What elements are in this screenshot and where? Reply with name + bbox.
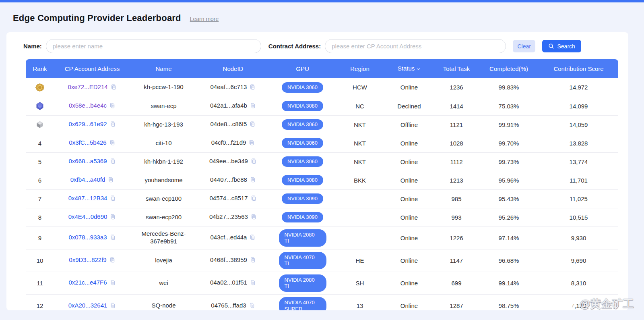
node-id-cell: 04b27...23563 xyxy=(197,208,269,226)
node-id-cell: 04574...c8517 xyxy=(197,189,269,208)
provider-name-cell: swan-ecp200 xyxy=(130,208,197,226)
copy-icon[interactable] xyxy=(249,302,255,310)
copy-icon[interactable] xyxy=(109,195,116,203)
status-cell: Online xyxy=(384,208,434,226)
copy-icon[interactable] xyxy=(250,195,257,203)
gpu-cell: NVIDIA 3060 xyxy=(269,134,336,152)
cp-account-address-link[interactable]: 0x3fC...5b426 xyxy=(69,139,106,146)
cp-account-address-link[interactable]: 0x4E4...0d690 xyxy=(68,213,107,220)
copy-icon[interactable] xyxy=(109,102,116,110)
column-header-gpu: GPU xyxy=(269,59,336,78)
provider-name-cell: youhandsome xyxy=(130,171,197,189)
rank-cell: 9 xyxy=(26,226,54,249)
copy-icon[interactable] xyxy=(250,102,256,110)
column-header-total-task: Total Task xyxy=(434,59,479,78)
completed-cell: 99.91% xyxy=(479,115,539,134)
region-cell: 13 xyxy=(336,295,384,310)
copy-icon[interactable] xyxy=(109,139,116,147)
copy-icon[interactable] xyxy=(250,257,256,264)
region-cell: HCW xyxy=(336,78,384,97)
copy-icon[interactable] xyxy=(249,84,256,91)
table-row: 0x629...61e92kh-hgc-13-19304de8...c86f5N… xyxy=(26,115,618,134)
copy-icon[interactable] xyxy=(248,139,255,147)
rank-number: 11 xyxy=(37,280,43,287)
contribution-score-cell: 10,515 xyxy=(539,208,618,226)
rank-cell: 11 xyxy=(26,272,54,294)
copy-icon[interactable] xyxy=(110,84,117,91)
gpu-badge: NVIDIA 4070 TI xyxy=(279,252,326,269)
gpu-cell: NVIDIA 3060 xyxy=(269,115,336,134)
completed-cell: 99.73% xyxy=(479,152,539,171)
region-cell xyxy=(336,189,384,208)
status-cell: Online xyxy=(384,295,434,310)
status-cell: Online xyxy=(384,78,434,97)
cp-account-address-link[interactable]: 0x629...61e92 xyxy=(68,121,107,127)
copy-icon[interactable] xyxy=(109,234,116,242)
copy-icon[interactable] xyxy=(109,279,116,287)
copy-icon[interactable] xyxy=(109,121,116,129)
cp-account-address-link[interactable]: 0x078...933a3 xyxy=(68,234,107,241)
copy-icon[interactable] xyxy=(250,177,256,184)
copy-icon[interactable] xyxy=(109,158,116,166)
completed-cell: 95.26% xyxy=(479,208,539,226)
column-header-status[interactable]: Status xyxy=(384,59,434,78)
cp-account-address-cell: 0x487...12B34 xyxy=(54,189,130,208)
filter-bar: Name: Contract Address: Clear Search xyxy=(23,39,618,53)
cp-account-address-link[interactable]: 0xfb4...a40fd xyxy=(70,176,105,183)
cp-account-address-link[interactable]: 0xA20...32641 xyxy=(68,302,107,309)
copy-icon[interactable] xyxy=(250,158,257,166)
gpu-cell: NVIDIA 3060 xyxy=(269,152,336,171)
chevron-down-icon xyxy=(416,66,421,73)
total-task-cell: 1147 xyxy=(434,249,479,272)
name-input[interactable] xyxy=(46,39,261,53)
clear-button[interactable]: Clear xyxy=(513,40,535,52)
contribution-score-cell: 14,099 xyxy=(539,97,618,115)
leaderboard-card: Name: Contract Address: Clear Search Ran… xyxy=(6,32,628,310)
copy-icon[interactable] xyxy=(249,234,256,242)
status-cell: Online xyxy=(384,272,434,294)
region-cell: HE xyxy=(336,249,384,272)
completed-cell: 97.14% xyxy=(479,226,539,249)
contract-address-input[interactable] xyxy=(325,39,506,53)
copy-icon[interactable] xyxy=(109,214,116,221)
cp-account-address-link[interactable]: 0x668...a5369 xyxy=(68,158,107,164)
status-cell: Declined xyxy=(384,97,434,115)
copy-icon[interactable] xyxy=(107,177,114,184)
copy-icon[interactable] xyxy=(109,302,116,310)
rank-cell: 12 xyxy=(26,295,54,310)
table-row: 60xfb4...a40fdyouhandsome04407...fbe88NV… xyxy=(26,171,618,189)
rank-number: 7 xyxy=(38,195,41,202)
copy-icon[interactable] xyxy=(249,121,256,129)
learn-more-link[interactable]: Learn more xyxy=(190,16,219,22)
node-id-text: 04cf0...f21d9 xyxy=(211,139,246,146)
cp-account-address-link[interactable]: 0x487...12B34 xyxy=(68,195,107,202)
node-id-cell: 042a1...afa4b xyxy=(197,97,269,115)
contribution-score-cell: 9,690 xyxy=(539,249,618,272)
completed-cell: 99.83% xyxy=(479,78,539,97)
search-button[interactable]: Search xyxy=(542,40,581,52)
column-header-nodeid: NodeID xyxy=(197,59,269,78)
cp-account-address-link[interactable]: 0x21c...e47F6 xyxy=(68,279,107,286)
cp-account-address-cell: 0x668...a5369 xyxy=(54,152,130,171)
cp-account-address-cell: 0x58e...b4e4c xyxy=(54,97,130,115)
gpu-badge: NVIDIA 3080 xyxy=(282,101,323,111)
cp-account-address-link[interactable]: 0x58e...b4e4c xyxy=(69,102,107,109)
status-cell: Online xyxy=(384,189,434,208)
region-cell xyxy=(336,226,384,249)
total-task-cell: 1414 xyxy=(434,97,479,115)
table-row: 0xe72...ED214kh-pccw-1-19004eaf...6c713N… xyxy=(26,78,618,97)
copy-icon[interactable] xyxy=(250,214,257,221)
page-header: Edge Computing Provider Leaderboard Lear… xyxy=(0,2,644,23)
cp-account-address-link[interactable]: 0xe72...ED214 xyxy=(68,83,107,90)
node-id-text: 04b27...23563 xyxy=(209,213,248,220)
copy-icon[interactable] xyxy=(250,279,256,287)
completed-cell: 98.75% xyxy=(479,295,539,310)
gpu-cell: NVIDIA 3080 xyxy=(269,171,336,189)
cp-account-address-link[interactable]: 0x9D3...822f9 xyxy=(69,256,106,263)
node-id-text: 0468f...38959 xyxy=(210,256,247,263)
total-task-cell: 1226 xyxy=(434,226,479,249)
gpu-cell: NVIDIA 3060 xyxy=(269,78,336,97)
column-header-name: Name xyxy=(130,59,197,78)
copy-icon[interactable] xyxy=(109,257,116,264)
total-task-cell: 1236 xyxy=(434,78,479,97)
